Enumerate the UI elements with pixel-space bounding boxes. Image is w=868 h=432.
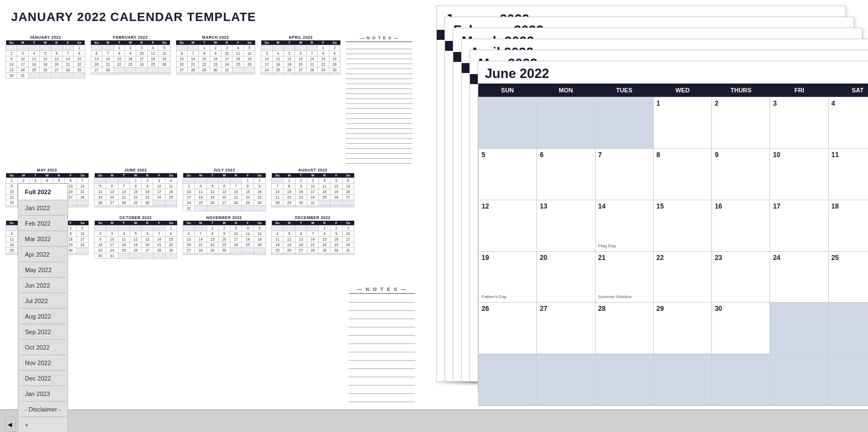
- small-cal-day: 2: [18, 178, 29, 184]
- small-cal-day: 21: [195, 242, 206, 248]
- small-cal-day: 19: [284, 62, 295, 67]
- tab-container: Full 2022Jan 2022Feb 2022Mar 2022Apr 202…: [18, 183, 69, 432]
- note-line: [346, 139, 412, 144]
- june-day-cell: 11: [829, 149, 868, 200]
- small-cal-day: 5: [244, 45, 255, 51]
- small-cal-day: 18: [232, 56, 244, 62]
- small-cal-day: 28: [306, 67, 317, 73]
- tab-item[interactable]: Mar 2022: [18, 231, 68, 246]
- small-cal-day: 19: [283, 242, 295, 248]
- small-cal-day: 24: [261, 67, 272, 73]
- tab-item[interactable]: Sep 2022: [18, 324, 68, 339]
- small-cal-day: 24: [307, 195, 318, 200]
- june-body: 1234567891011121314Flag Day1516171819Fat…: [478, 97, 868, 405]
- small-cal-day: 11: [232, 51, 244, 56]
- small-cal-header-cell: Su: [176, 40, 187, 45]
- small-cal-day: 1: [6, 178, 18, 184]
- tab-item[interactable]: Feb 2022: [18, 215, 68, 231]
- small-cal-day: 5: [283, 231, 295, 237]
- small-cal-day: 11: [165, 184, 177, 189]
- small-cal-october-2022: OCTOBER 2022SuMTWRFSa1234567891011121314…: [94, 216, 177, 259]
- tab-item[interactable]: May 2022: [18, 262, 68, 277]
- small-cal-day: [176, 45, 187, 51]
- tab-item[interactable]: Jul 2022: [18, 293, 68, 308]
- small-cal-day: 14: [102, 56, 113, 62]
- small-cal-day: [118, 253, 130, 259]
- small-cal-header-cell: Sa: [342, 221, 354, 226]
- small-cal-day: 22: [206, 242, 218, 248]
- tab-item[interactable]: Jan 2023: [18, 386, 68, 401]
- small-cal-title: FEBRUARY 2022: [91, 35, 170, 39]
- small-cal-day: 3: [136, 45, 147, 51]
- small-cal-title: OCTOBER 2022: [94, 216, 177, 220]
- tab-item[interactable]: +: [18, 417, 68, 432]
- small-cal-day: [91, 45, 102, 51]
- small-cal-day: 30: [142, 200, 153, 206]
- tab-item[interactable]: Full 2022: [18, 183, 68, 200]
- small-cal-day: 5: [40, 51, 51, 56]
- small-cal-day: 6: [342, 178, 354, 184]
- small-cal-day: 25: [232, 62, 244, 67]
- small-cal-day: 15: [283, 189, 295, 195]
- tab-item[interactable]: Oct 2022: [18, 339, 68, 355]
- small-cal-day: [51, 45, 62, 51]
- tab-item[interactable]: Jun 2022: [18, 277, 68, 293]
- small-cal-day: 26: [206, 200, 218, 206]
- small-cal-day: 3: [342, 226, 354, 231]
- note-line: [346, 129, 412, 134]
- small-cal-day: [74, 73, 85, 79]
- june-day-cell: [537, 97, 595, 149]
- small-cal-day: 18: [165, 189, 177, 195]
- small-cal-table: SuMTWRFSa1234567891011121314151617181920…: [176, 40, 256, 75]
- small-cal-day: 3: [76, 226, 88, 231]
- tab-item[interactable]: Aug 2022: [18, 308, 68, 324]
- small-cal-day: 30: [218, 248, 230, 253]
- tab-prev-btn[interactable]: ◀: [4, 417, 16, 432]
- tab-item[interactable]: Nov 2022: [18, 355, 68, 370]
- june-day-cell: [479, 97, 537, 149]
- small-cal-day: 8: [318, 51, 329, 56]
- small-cal-day: 1: [319, 226, 330, 231]
- tab-item[interactable]: - Disclaimer -: [18, 401, 68, 417]
- small-cal-day: [76, 200, 88, 206]
- june-day-cell: [829, 303, 868, 354]
- june-day-cell: 10: [770, 149, 828, 200]
- small-cal-header-cell: R: [319, 221, 330, 226]
- small-cal-day: 5: [254, 226, 265, 231]
- small-cal-day: 10: [261, 56, 272, 62]
- tab-item[interactable]: Dec 2022: [18, 370, 68, 386]
- june-week: 2627282930: [479, 303, 868, 354]
- small-cal-day: 28: [272, 200, 283, 206]
- june-day-number: 10: [773, 151, 780, 159]
- tab-item[interactable]: Apr 2022: [18, 246, 68, 262]
- small-cal-day: 13: [218, 189, 230, 195]
- june-day-number: 5: [482, 151, 485, 159]
- small-cal-day: 10: [106, 237, 118, 242]
- small-cal-day: [76, 206, 88, 207]
- small-cal-day: 21: [76, 189, 88, 195]
- note-line: [346, 119, 412, 124]
- small-cal-day: 9: [295, 184, 307, 189]
- small-cal-header-cell: W: [210, 40, 221, 45]
- small-cal-day: 25: [272, 67, 283, 73]
- small-cal-day: 28: [187, 67, 198, 73]
- small-cal-day: [6, 206, 18, 207]
- small-cal-day: [342, 253, 354, 255]
- small-cal-day: 20: [342, 189, 354, 195]
- small-cal-day: 22: [318, 62, 329, 67]
- small-cal-day: 28: [102, 67, 113, 73]
- small-cal-header-cell: Sa: [244, 40, 255, 45]
- small-cal-day: 5: [53, 178, 65, 184]
- small-cal-header-cell: Sa: [76, 221, 88, 226]
- notes-col: — N O T E S —: [346, 35, 412, 164]
- june-day-cell: 25: [829, 252, 868, 303]
- small-cal-day: 8: [242, 184, 254, 189]
- small-cal-header-cell: T: [284, 40, 295, 45]
- small-cal-header-cell: R: [230, 173, 242, 178]
- small-cal-day: 25: [242, 242, 254, 248]
- small-cal-day: [6, 226, 18, 231]
- small-cal-day: 26: [95, 200, 106, 206]
- tab-item[interactable]: Jan 2022: [18, 200, 68, 215]
- note-line: [346, 79, 412, 84]
- small-cal-december-2022: DECEMBER 2022SuMTWRFSa123456789101112131…: [271, 216, 354, 255]
